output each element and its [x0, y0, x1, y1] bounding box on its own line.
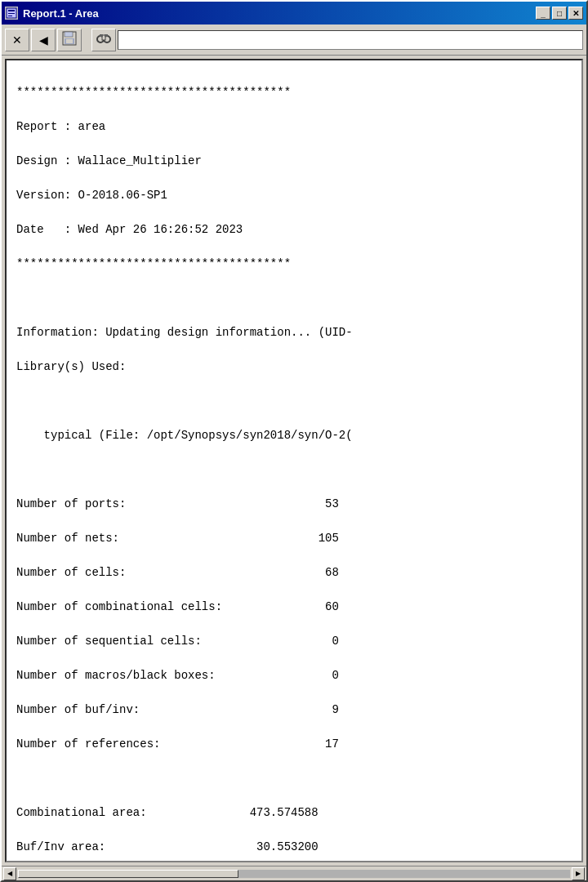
horizontal-scrollbar: ◀ ▶	[2, 866, 586, 880]
find-button[interactable]	[91, 29, 116, 51]
scroll-thumb-h[interactable]	[18, 870, 238, 878]
title-bar-left: Report.1 - Area	[5, 7, 99, 20]
window-title: Report.1 - Area	[23, 7, 99, 20]
svg-rect-2	[8, 13, 15, 14]
report-line8: Information: Updating design information…	[16, 326, 353, 339]
report-line2: Report : area	[16, 120, 105, 133]
title-buttons: _ □ ✕	[536, 7, 583, 20]
save-icon	[62, 31, 77, 48]
svg-rect-12	[105, 34, 108, 37]
report-line20: Number of references: 17	[16, 737, 339, 751]
close-icon: ✕	[12, 33, 22, 47]
report-line14: Number of nets: 105	[16, 532, 339, 545]
back-button[interactable]: ◀	[31, 29, 56, 51]
report-content: ****************************************…	[7, 60, 581, 861]
svg-rect-7	[66, 39, 73, 43]
report-line22: Combinational area: 473.574588	[16, 806, 318, 819]
window-icon	[5, 7, 18, 20]
report-line19: Number of buf/inv: 9	[16, 703, 339, 716]
maximize-button[interactable]: □	[552, 7, 567, 20]
report-line4: Version: O-2018.06-SP1	[16, 189, 167, 202]
scroll-track-h[interactable]	[18, 870, 570, 878]
report-line23: Buf/Inv area: 30.553200	[16, 840, 318, 853]
scroll-left-button[interactable]: ◀	[3, 867, 16, 880]
close-tool-button[interactable]: ✕	[5, 29, 29, 51]
report-line15: Number of cells: 68	[16, 566, 339, 579]
scroll-right-button[interactable]: ▶	[572, 867, 585, 880]
report-line3: Design : Wallace_Multiplier	[16, 154, 202, 167]
svg-rect-5	[65, 32, 73, 37]
binoculars-icon	[96, 31, 111, 48]
report-line6: ****************************************	[16, 257, 291, 270]
main-window: Report.1 - Area _ □ ✕ ✕ ◀	[0, 0, 588, 882]
title-bar: Report.1 - Area _ □ ✕	[2, 2, 586, 24]
back-icon: ◀	[39, 33, 48, 47]
content-area: ****************************************…	[5, 59, 583, 862]
minimize-button[interactable]: _	[536, 7, 550, 20]
search-input[interactable]	[118, 30, 583, 50]
toolbar: ✕ ◀	[2, 24, 586, 56]
close-button[interactable]: ✕	[568, 7, 583, 20]
report-line13: Number of ports: 53	[16, 497, 339, 510]
report-line17: Number of sequential cells: 0	[16, 635, 339, 648]
report-line1: ****************************************	[16, 86, 291, 99]
svg-rect-11	[100, 34, 103, 37]
report-line5: Date : Wed Apr 26 16:26:52 2023	[16, 223, 243, 236]
save-button[interactable]	[57, 29, 82, 51]
svg-rect-1	[8, 10, 15, 11]
report-line18: Number of macros/black boxes: 0	[16, 669, 339, 682]
svg-rect-3	[8, 16, 12, 16]
report-line16: Number of combinational cells: 60	[16, 600, 339, 613]
report-line11: typical (File: /opt/Synopsys/syn2018/syn…	[16, 429, 353, 442]
report-line9: Library(s) Used:	[16, 360, 126, 373]
